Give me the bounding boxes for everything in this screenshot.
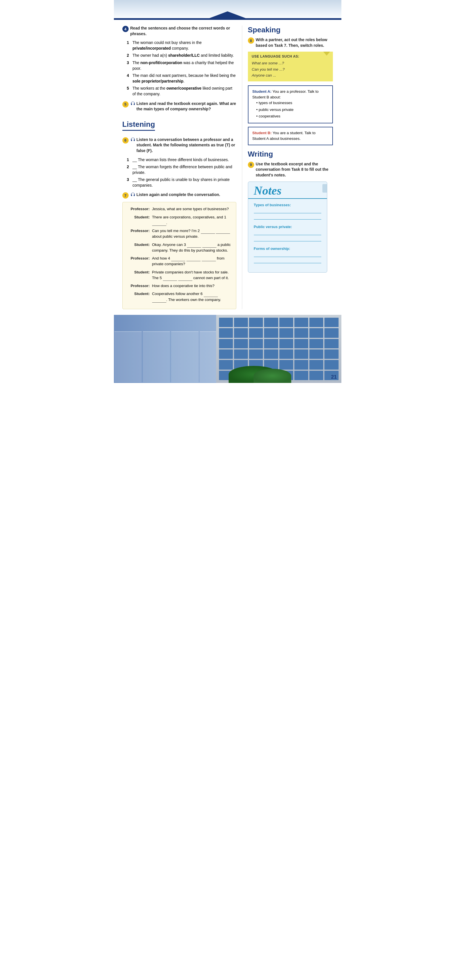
bottom-col-3 [171, 331, 198, 382]
task9-header: 9 Use the textbook excerpt and the conve… [248, 161, 333, 178]
notes-field-3: Forms of ownership: [254, 247, 321, 263]
list-item: 1 __ The woman lists three different kin… [127, 157, 236, 163]
list-item: 1 The woman could not buy shares in the … [127, 40, 236, 51]
task7-header: 7 Listen again and complete the conversa… [122, 192, 236, 199]
list-item: 2 __ The woman forgets the difference be… [127, 164, 236, 175]
task6-header: 6 Listen to a conversation between a pro… [122, 137, 236, 154]
notes-card: Notes Types of businesses: Public versus… [248, 181, 327, 273]
page-number: 21 [331, 374, 336, 380]
top-header [114, 0, 341, 20]
use-language-item-3: Anyone can ... [252, 72, 329, 79]
header-bar [114, 18, 341, 20]
task4-header: 4 Read the sentences and choose the corr… [122, 25, 236, 37]
list-item: 2 The owner had a(n) shareholder/LLC and… [127, 53, 236, 59]
task4-title: Read the sentences and choose the correc… [130, 25, 236, 37]
list-item: 5 The workers at the owner/cooperative l… [127, 86, 236, 97]
conv-row-3: Professor: Can you tell me more? I'm 2 a… [127, 228, 231, 240]
notes-line-3a [254, 252, 321, 257]
bottom-area: 21 [114, 315, 341, 383]
student-b-box: Student B: You are a student. Talk to St… [248, 127, 333, 145]
conv-row-8: Student: Cooperatives follow another 6 .… [127, 291, 231, 303]
bottom-col-1 [114, 331, 142, 382]
conv-row-2: Student: There are corporations, coopera… [127, 215, 231, 226]
right-column: Speaking 8 With a partner, act out the r… [242, 25, 333, 309]
task5-number: 5 [122, 101, 128, 108]
left-column: 4 Read the sentences and choose the corr… [122, 25, 242, 309]
headphone-icon-3 [130, 192, 135, 197]
conv-row-1: Professor: Jessica, what are some types … [127, 206, 231, 212]
notes-card-notch [322, 184, 327, 192]
tree-2 [254, 369, 291, 383]
task5-header: 5 Listen and read the textbook excerpt a… [122, 101, 236, 112]
list-item: 3 __ The general public is unable to buy… [127, 177, 236, 188]
notes-body: Types of businesses: Public versus priva… [248, 199, 327, 272]
headphone-icon-2 [130, 137, 135, 142]
notes-line-2a [254, 230, 321, 235]
conv-row-6: Student: Private companies don't have st… [127, 269, 231, 281]
notes-field-label-3: Forms of ownership: [254, 247, 321, 251]
task5-title: Listen and read the textbook excerpt aga… [136, 101, 236, 112]
building-illustration [216, 315, 341, 383]
use-language-item-1: What are some ...? [252, 60, 329, 66]
notes-title-row: Notes [248, 182, 327, 199]
notes-field-label-1: Types of businesses: [254, 203, 321, 207]
task7-title: Listen again and complete the conversati… [136, 192, 220, 198]
list-item: 4 The man did not want partners, because… [127, 73, 236, 84]
task7-container: 7 Listen again and complete the conversa… [122, 192, 236, 309]
listening-heading: Listening [122, 120, 155, 131]
notes-line-1a [254, 208, 321, 213]
use-language-box: USE LANGUAGE SUCH AS: What are some ...?… [248, 52, 333, 81]
task4-list: 1 The woman could not buy shares in the … [127, 40, 236, 97]
bottom-col-2 [143, 331, 170, 382]
notes-line-1b [254, 215, 321, 220]
list-item: cooperatives [257, 113, 328, 119]
use-language-item-2: Can you tell me ...? [252, 66, 329, 73]
task6-title: Listen to a conversation between a profe… [136, 137, 236, 154]
list-item: types of businesses [257, 100, 328, 106]
speaking-section: Speaking 8 With a partner, act out the r… [248, 25, 333, 145]
notes-field-2: Public versus private: [254, 225, 321, 241]
task6-container: 6 Listen to a conversation between a pro… [122, 137, 236, 188]
task8-header: 8 With a partner, act out the roles belo… [248, 37, 333, 48]
use-language-label: USE LANGUAGE SUCH AS: [252, 54, 329, 59]
conv-row-4: Student: Okay. Anyone can 3 a public com… [127, 242, 231, 254]
speaking-heading: Speaking [248, 25, 333, 34]
task4-number: 4 [122, 26, 128, 32]
task8-title: With a partner, act out the roles below … [256, 37, 333, 48]
list-item: public versus private [257, 107, 328, 113]
building-facade [216, 315, 341, 383]
headphone-icon [130, 101, 135, 106]
page-content: 4 Read the sentences and choose the corr… [114, 20, 341, 315]
conv-row-7: Professor: How does a cooperative tie in… [127, 283, 231, 289]
task8-number: 8 [248, 37, 254, 44]
task6-number: 6 [122, 137, 128, 143]
student-a-label: Student A: [252, 89, 272, 94]
task7-number: 7 [122, 192, 128, 199]
list-item: 3 The non-profit/corporation was a chari… [127, 60, 236, 71]
task9-number: 9 [248, 162, 254, 168]
writing-heading: Writing [248, 150, 333, 159]
student-a-box: Student A: You are a professor. Talk to … [248, 85, 333, 123]
conv-row-5: Professor: And how 4 from private compan… [127, 256, 231, 267]
task9-title: Use the textbook excerpt and the convers… [256, 161, 333, 178]
bottom-columns [114, 321, 228, 383]
conversation-box: Professor: Jessica, what are some types … [122, 202, 236, 309]
notes-line-2b [254, 236, 321, 241]
notes-field-label-2: Public versus private: [254, 225, 321, 229]
notes-field-1: Types of businesses: [254, 203, 321, 220]
student-b-label: Student B: [252, 131, 272, 135]
writing-section: Writing 9 Use the textbook excerpt and t… [248, 150, 333, 273]
task6-list: 1 __ The woman lists three different kin… [127, 157, 236, 188]
notes-line-3b [254, 258, 321, 263]
notes-title: Notes [254, 185, 321, 197]
student-a-bullets: types of businesses public versus privat… [257, 100, 328, 119]
